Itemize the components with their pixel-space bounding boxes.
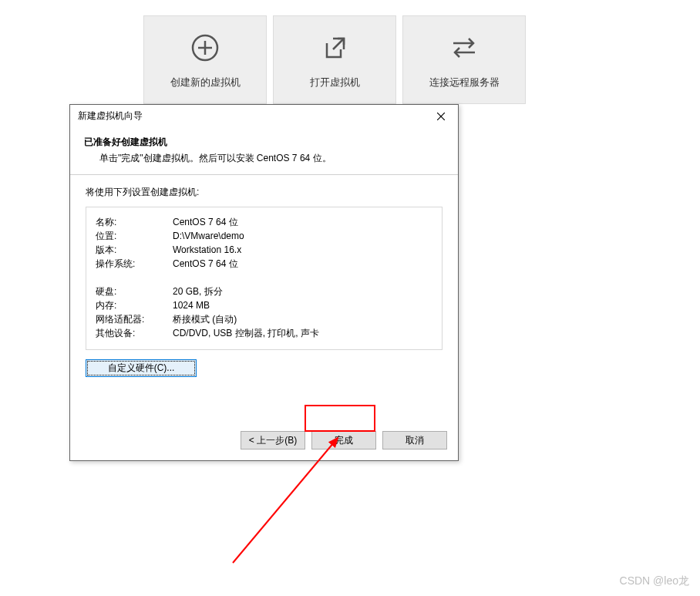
value: 1024 MB (173, 298, 432, 312)
value: CentOS 7 64 位 (173, 215, 432, 229)
row-disk: 硬盘: 20 GB, 拆分 (96, 285, 432, 298)
tile-open-vm[interactable]: 打开虚拟机 (273, 15, 396, 104)
row-memory: 内存: 1024 MB (96, 298, 432, 312)
dialog-heading: 已准备好创建虚拟机 (84, 136, 436, 149)
tile-label: 创建新的虚拟机 (170, 76, 241, 89)
value: 桥接模式 (自动) (173, 312, 432, 326)
label: 版本: (96, 243, 173, 257)
value: 20 GB, 拆分 (173, 285, 432, 298)
value: D:\VMware\demo (173, 229, 432, 243)
row-os: 操作系统: CentOS 7 64 位 (96, 257, 432, 271)
row-location: 位置: D:\VMware\demo (96, 229, 432, 243)
label: 操作系统: (96, 257, 173, 271)
open-external-icon (318, 31, 352, 65)
tile-create-vm[interactable]: 创建新的虚拟机 (143, 15, 267, 104)
label: 网络适配器: (96, 312, 173, 326)
svg-line-3 (333, 39, 344, 49)
settings-box: 名称: CentOS 7 64 位 位置: D:\VMware\demo 版本:… (86, 207, 443, 350)
tile-connect-remote[interactable]: 连接远程服务器 (402, 15, 526, 104)
plus-circle-icon (188, 31, 222, 65)
tile-label: 连接远程服务器 (429, 76, 500, 89)
row-network: 网络适配器: 桥接模式 (自动) (96, 312, 432, 326)
value: CentOS 7 64 位 (173, 257, 432, 271)
label: 内存: (96, 298, 173, 312)
finish-button[interactable]: 完成 (311, 431, 376, 450)
body-lead: 将使用下列设置创建虚拟机: (86, 186, 443, 199)
tile-label: 打开虚拟机 (310, 76, 360, 89)
value: Workstation 16.x (173, 243, 432, 257)
dialog-footer: < 上一步(B) 完成 取消 (70, 423, 458, 460)
value: CD/DVD, USB 控制器, 打印机, 声卡 (173, 326, 432, 340)
row-name: 名称: CentOS 7 64 位 (96, 215, 432, 229)
row-other: 其他设备: CD/DVD, USB 控制器, 打印机, 声卡 (96, 326, 432, 340)
close-icon[interactable] (429, 107, 453, 126)
customize-hardware-button[interactable]: 自定义硬件(C)... (86, 359, 197, 377)
label: 硬盘: (96, 285, 173, 298)
new-vm-wizard-dialog: 新建虚拟机向导 已准备好创建虚拟机 单击"完成"创建虚拟机。然后可以安装 Cen… (69, 104, 459, 461)
row-version: 版本: Workstation 16.x (96, 243, 432, 257)
back-button[interactable]: < 上一步(B) (241, 431, 305, 450)
home-tiles: 创建新的虚拟机 打开虚拟机 连接远程服务器 (143, 15, 526, 104)
label: 其他设备: (96, 326, 173, 340)
dialog-header: 已准备好创建虚拟机 单击"完成"创建虚拟机。然后可以安装 CentOS 7 64… (70, 128, 458, 174)
dialog-body: 将使用下列设置创建虚拟机: 名称: CentOS 7 64 位 位置: D:\V… (70, 175, 458, 385)
dialog-titlebar[interactable]: 新建虚拟机向导 (70, 105, 458, 128)
label: 位置: (96, 229, 173, 243)
cancel-button[interactable]: 取消 (382, 431, 447, 450)
transfer-icon (447, 31, 481, 65)
watermark: CSDN @leo龙 (620, 574, 689, 588)
dialog-title: 新建虚拟机向导 (78, 109, 143, 123)
dialog-subtext: 单击"完成"创建虚拟机。然后可以安装 CentOS 7 64 位。 (84, 152, 436, 165)
label: 名称: (96, 215, 173, 229)
